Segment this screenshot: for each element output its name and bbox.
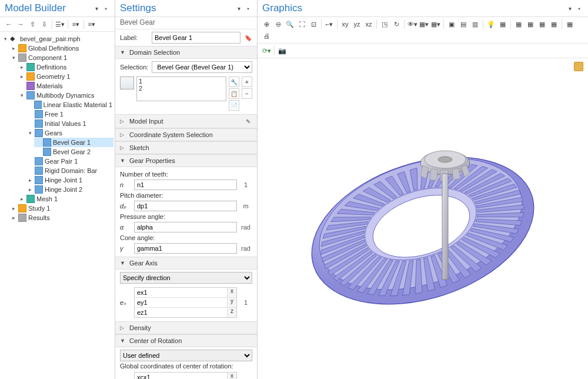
tree-materials[interactable]: Materials xyxy=(18,81,113,91)
tree-study[interactable]: ▸Study 1 xyxy=(9,204,113,213)
ez-input[interactable] xyxy=(135,308,227,317)
tree-component[interactable]: ▾Component 1 xyxy=(9,53,113,62)
hide-icon[interactable]: 👁▾ xyxy=(407,19,417,29)
xz-view-icon[interactable]: xz xyxy=(363,19,374,29)
ey-input[interactable] xyxy=(135,298,227,307)
center-mode-dropdown[interactable]: User defined xyxy=(120,350,252,361)
selection-dropdown[interactable]: Bevel Gear (Bevel Gear 1) xyxy=(152,61,252,73)
num-teeth-input[interactable] xyxy=(134,179,237,190)
nav-end-icon[interactable]: ⇩ xyxy=(39,19,49,29)
tree-free[interactable]: Free 1 xyxy=(26,109,113,119)
tree-bevel-gear-2[interactable]: Bevel Gear 2 xyxy=(34,147,113,157)
selection-list[interactable]: 1 2 xyxy=(136,77,226,101)
light-icon[interactable]: 💡 xyxy=(486,19,496,29)
zoom-extents-icon[interactable]: ⛶ xyxy=(296,19,307,29)
tree-global-defs[interactable]: ▸Global Definitions xyxy=(9,44,113,53)
tree-definitions[interactable]: ▸Definitions xyxy=(18,62,113,72)
zoom-in-icon[interactable]: ⊕ xyxy=(261,19,272,29)
section-center-rotation[interactable]: ▼Center of Rotation xyxy=(115,334,257,347)
camera-icon[interactable]: 📷 xyxy=(277,45,288,56)
render-2-icon[interactable]: ▦ xyxy=(525,19,536,29)
collapse-icon[interactable]: ≡▾ xyxy=(71,19,81,29)
minimize-icon[interactable]: ▾ xyxy=(92,4,101,12)
pitch-dia-input[interactable] xyxy=(134,201,237,211)
update-icon[interactable]: ⟳▾ xyxy=(261,45,272,56)
tree-rigid-domain[interactable]: Rigid Domain: Bar xyxy=(26,166,113,175)
copy-icon[interactable]: 📋 xyxy=(229,88,239,99)
dock-icon[interactable]: ▾ xyxy=(566,4,574,12)
tree-gears[interactable]: ▾Gears xyxy=(26,128,113,138)
zoom-box-icon[interactable]: 🔍 xyxy=(285,19,295,29)
nav-home-icon[interactable]: ⇧ xyxy=(27,19,38,29)
select-dom-icon[interactable]: ▤ xyxy=(458,19,469,29)
label-input[interactable] xyxy=(152,32,240,44)
axis-icon[interactable]: ⌐▾ xyxy=(324,19,335,29)
section-domain-selection[interactable]: ▼Domain Selection xyxy=(115,46,257,59)
tag-icon[interactable]: 🔖 xyxy=(244,34,252,42)
pressure-input[interactable] xyxy=(134,222,237,232)
graphics-canvas[interactable] xyxy=(258,58,588,379)
show-icon[interactable]: ≡▾ xyxy=(86,19,97,29)
close-icon[interactable]: ▪ xyxy=(575,4,583,12)
close-icon[interactable]: ▪ xyxy=(102,4,110,12)
section-density[interactable]: ▷Density xyxy=(115,321,257,334)
edit-icon[interactable]: ✎ xyxy=(244,117,252,125)
wireframe-icon[interactable]: ▦▾ xyxy=(430,19,441,29)
hinge-icon xyxy=(35,185,43,194)
defs-icon xyxy=(26,63,35,71)
render-3-icon[interactable]: ▦ xyxy=(537,19,547,29)
tree-multibody[interactable]: ▾Multibody Dynamics xyxy=(18,91,113,100)
select-obj-icon[interactable]: ▣ xyxy=(446,19,457,29)
tree-results[interactable]: ▸Results xyxy=(9,213,113,222)
tree-root[interactable]: ▾◆bevel_gear_pair.mph xyxy=(1,34,113,44)
export-icon[interactable]: ▦ xyxy=(564,19,575,29)
tree-mesh[interactable]: ▸Mesh 1 xyxy=(18,194,113,204)
render-4-icon[interactable]: ▦ xyxy=(549,19,559,29)
pressure-label: Pressure angle: xyxy=(120,212,252,221)
ex-input[interactable] xyxy=(135,288,227,297)
zoom-selected-icon[interactable]: ⊡ xyxy=(308,19,319,29)
domain-icon[interactable] xyxy=(120,77,134,89)
section-coord-sys[interactable]: ▷Coordinate System Selection xyxy=(115,128,257,141)
xcx-input[interactable] xyxy=(135,373,227,379)
remove-icon[interactable]: − xyxy=(242,88,252,99)
tree-bevel-gear-1[interactable]: Bevel Gear 1 xyxy=(34,138,113,147)
nav-up-icon[interactable]: ← xyxy=(4,19,14,29)
xy-view-icon[interactable]: xy xyxy=(340,19,350,29)
render-1-icon[interactable]: ▦ xyxy=(513,19,524,29)
results-icon xyxy=(18,214,26,222)
tree-hinge-2[interactable]: ▸Hinge Joint 2 xyxy=(26,185,113,194)
zoom-out-icon[interactable]: ⊖ xyxy=(273,19,283,29)
model-builder-title: Model Builder xyxy=(5,2,66,14)
tree-hinge-1[interactable]: ▸Hinge Joint 1 xyxy=(26,175,113,185)
cone-input[interactable] xyxy=(134,243,237,254)
toggle-active-icon[interactable]: 🔧 xyxy=(229,77,239,87)
gears-icon xyxy=(35,129,43,137)
print-icon[interactable]: 🖨 xyxy=(261,31,272,41)
rotate-icon[interactable]: ↻ xyxy=(391,19,402,29)
section-model-input[interactable]: ▷Model Input✎ xyxy=(115,114,257,128)
dock-icon[interactable]: ▾ xyxy=(235,4,243,12)
axis-mode-dropdown[interactable]: Specify direction xyxy=(120,272,252,284)
tree-geometry[interactable]: ▸Geometry 1 xyxy=(18,72,113,81)
transparency-icon[interactable]: ▦▾ xyxy=(419,19,429,29)
study-icon xyxy=(18,204,26,212)
section-gear-props[interactable]: ▼Gear Properties xyxy=(115,154,257,167)
grid-icon[interactable]: ▦ xyxy=(497,19,508,29)
tree-linear-elastic[interactable]: Linear Elastic Material 1 xyxy=(26,100,113,109)
section-gear-axis[interactable]: ▼Gear Axis xyxy=(115,257,257,270)
graphics-toolbar: ⊕ ⊖ 🔍 ⛶ ⊡ ⌐▾ xy yz xz ◳ ↻ 👁▾ ▦▾ ▦▾ ▣ ▤ ▥… xyxy=(258,17,588,44)
add-icon[interactable]: + xyxy=(242,77,252,87)
paste-icon[interactable]: 📄 xyxy=(229,100,239,111)
settings-subtitle: Bevel Gear xyxy=(115,17,257,29)
expand-dropdown-icon[interactable]: ☰▾ xyxy=(55,19,65,29)
select-bnd-icon[interactable]: ▥ xyxy=(470,19,480,29)
close-icon[interactable]: ▪ xyxy=(244,4,252,12)
nav-down-icon[interactable]: → xyxy=(15,19,26,29)
tree-initial-values[interactable]: Initial Values 1 xyxy=(26,119,113,128)
yz-view-icon[interactable]: yz xyxy=(352,19,362,29)
default-view-icon[interactable]: ◳ xyxy=(379,19,390,29)
tree-gear-pair[interactable]: Gear Pair 1 xyxy=(26,157,113,166)
section-sketch[interactable]: ▷Sketch xyxy=(115,141,257,154)
svg-rect-7 xyxy=(442,174,448,280)
